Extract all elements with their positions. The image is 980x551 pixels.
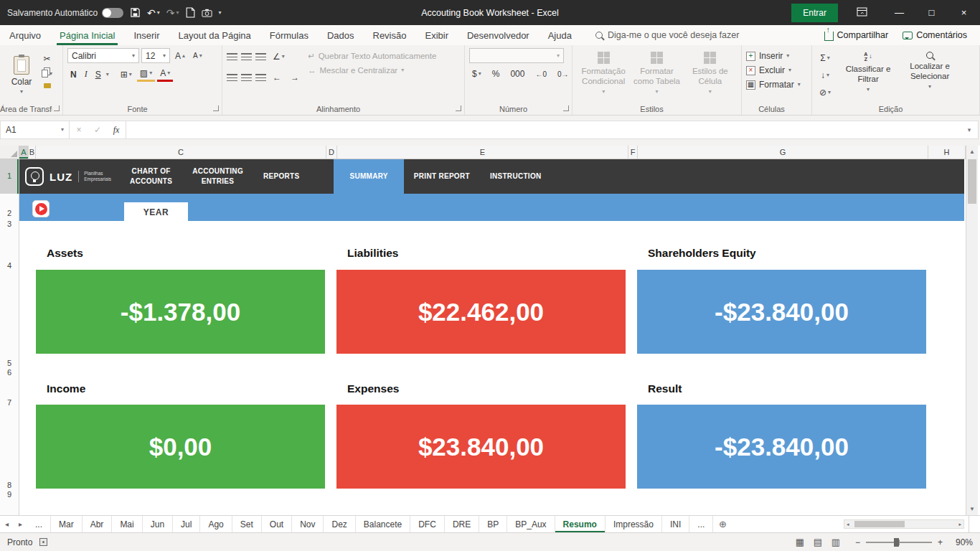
- ribbon-tab-ajuda[interactable]: Ajuda: [539, 25, 581, 45]
- sheet-tab-mai[interactable]: Mai: [112, 516, 142, 532]
- maximize-button[interactable]: □: [915, 0, 948, 25]
- align-left-button[interactable]: [227, 74, 237, 81]
- nav-summary[interactable]: SUMMARY: [334, 159, 403, 194]
- zoom-out-icon[interactable]: −: [855, 537, 860, 547]
- sheet-tab-dez[interactable]: Dez: [324, 516, 355, 532]
- card-income-value[interactable]: $0,00: [36, 405, 325, 489]
- ribbon-tab-dados[interactable]: Dados: [318, 25, 364, 45]
- sheet-tab-impressao[interactable]: Impressão: [606, 516, 662, 532]
- comments-button[interactable]: Comentários: [897, 30, 973, 40]
- horizontal-scrollbar[interactable]: ◂▸: [844, 519, 964, 529]
- align-bottom-button[interactable]: [255, 53, 266, 60]
- find-select-button[interactable]: Localizar e Selecionar ▾: [903, 48, 957, 102]
- column-header-g[interactable]: G: [638, 146, 928, 159]
- number-dialog-launcher[interactable]: [563, 105, 569, 111]
- increase-decimal-button[interactable]: ←0: [532, 69, 550, 80]
- row-header-1[interactable]: 1: [0, 171, 19, 180]
- card-result-value[interactable]: -$23.840,00: [637, 405, 926, 489]
- macro-record-icon[interactable]: [39, 538, 47, 546]
- clear-button[interactable]: ⊘▾: [816, 86, 834, 99]
- conditional-formatting-button[interactable]: Formatação Condicional ▾: [577, 48, 630, 102]
- number-format-combo[interactable]: ▾: [469, 48, 564, 63]
- merge-center-button[interactable]: ↔Mesclar e Centralizar▾: [308, 66, 436, 75]
- row-header-8[interactable]: 8: [0, 481, 19, 489]
- scroll-right-icon[interactable]: ▸: [958, 522, 961, 527]
- ribbon-tab-exibir[interactable]: Exibir: [415, 25, 458, 45]
- align-right-button[interactable]: [255, 74, 266, 81]
- sheet-tab-bp[interactable]: BP: [479, 516, 507, 532]
- card-liabilities-value[interactable]: $22.462,00: [336, 270, 626, 354]
- page-layout-view-icon[interactable]: ▤: [810, 536, 826, 549]
- column-header-h[interactable]: H: [928, 146, 966, 159]
- accounting-format-button[interactable]: $▾: [469, 67, 484, 80]
- italic-button[interactable]: I: [82, 67, 90, 81]
- bold-button[interactable]: N: [67, 68, 80, 81]
- align-center-button[interactable]: [241, 74, 252, 81]
- cell-styles-button[interactable]: Estilos de Célula ▾: [684, 48, 737, 102]
- delete-cells-button[interactable]: ×Excluir▾: [746, 65, 807, 75]
- sheet-tab-resumo[interactable]: Resumo: [555, 516, 606, 532]
- camera-button[interactable]: [202, 9, 212, 17]
- sheet-tab-ago[interactable]: Ago: [200, 516, 232, 532]
- year-tab[interactable]: YEAR: [124, 202, 188, 222]
- zoom-slider[interactable]: [866, 542, 932, 543]
- underline-button[interactable]: S: [93, 68, 104, 81]
- format-cells-button[interactable]: ▦Formatar▾: [746, 80, 807, 90]
- autosave-toggle[interactable]: Salvamento Automático: [7, 8, 123, 18]
- sheet-nav-right-icon[interactable]: ▸: [14, 516, 27, 532]
- comma-style-button[interactable]: 000: [507, 67, 527, 80]
- ribbon-tab-revisao[interactable]: Revisão: [364, 25, 416, 45]
- horizontal-scrollbar-thumb[interactable]: [854, 521, 905, 527]
- ribbon-tab-inserir[interactable]: Inserir: [124, 25, 169, 45]
- ribbon-tab-formulas[interactable]: Fórmulas: [260, 25, 318, 45]
- expand-formula-bar-button[interactable]: ▾: [961, 121, 978, 138]
- new-sheet-button[interactable]: ⊕: [713, 516, 732, 532]
- ribbon-tab-pagina-inicial[interactable]: Página Inicial: [50, 25, 124, 45]
- font-dialog-launcher[interactable]: [213, 105, 219, 111]
- column-header-a[interactable]: A: [19, 146, 29, 159]
- decrease-decimal-button[interactable]: 0→: [555, 69, 572, 80]
- sheet-tab-out[interactable]: Out: [262, 516, 292, 532]
- column-header-e[interactable]: E: [337, 146, 628, 159]
- save-button[interactable]: [130, 7, 141, 18]
- align-middle-button[interactable]: [241, 53, 252, 60]
- row-header-4[interactable]: 4: [0, 261, 19, 270]
- page-break-view-icon[interactable]: ▥: [828, 536, 844, 549]
- orientation-button[interactable]: ∠▾: [270, 50, 288, 63]
- scroll-down-icon[interactable]: ▼: [966, 503, 978, 515]
- ribbon-tab-desenvolvedor[interactable]: Desenvolvedor: [458, 25, 539, 45]
- card-assets-value[interactable]: -$1.378,00: [36, 270, 325, 354]
- decrease-indent-button[interactable]: ←: [270, 71, 284, 84]
- nav-reports[interactable]: REPORTS: [253, 159, 309, 194]
- nav-accounting-entries[interactable]: ACCOUNTING ENTRIES: [182, 159, 253, 194]
- borders-button[interactable]: ⊞▾: [118, 68, 135, 81]
- scroll-up-icon[interactable]: ▲: [966, 146, 978, 158]
- row-header-7[interactable]: 7: [0, 398, 19, 407]
- row-header-3[interactable]: 3: [0, 220, 19, 228]
- name-box[interactable]: A1▾: [1, 121, 70, 138]
- copy-button[interactable]: ▾: [39, 68, 55, 79]
- vertical-scrollbar[interactable]: ▲ ▼: [966, 146, 978, 515]
- nav-print-report[interactable]: PRINT REPORT: [404, 159, 480, 194]
- format-as-table-button[interactable]: Formatar como Tabela ▾: [630, 48, 683, 102]
- play-button[interactable]: [32, 200, 50, 217]
- cancel-entry-button[interactable]: ×: [70, 125, 88, 135]
- sheet-tab-dre[interactable]: DRE: [445, 516, 479, 532]
- print-preview-button[interactable]: [186, 7, 195, 18]
- zoom-level[interactable]: 90%: [948, 537, 973, 547]
- insert-cells-button[interactable]: +Inserir▾: [746, 51, 807, 61]
- insert-function-button[interactable]: fx: [107, 125, 126, 136]
- minimize-button[interactable]: —: [883, 0, 915, 25]
- format-painter-button[interactable]: [39, 82, 55, 90]
- font-size-combo[interactable]: 12▾: [141, 48, 170, 63]
- increase-indent-button[interactable]: →: [288, 71, 302, 84]
- redo-button[interactable]: ↷▾: [166, 8, 179, 18]
- align-top-button[interactable]: [227, 53, 237, 60]
- tell-me-search[interactable]: Diga-me o que você deseja fazer: [595, 25, 739, 45]
- row-header-6[interactable]: 6: [0, 368, 19, 377]
- sheet-tab-jul[interactable]: Jul: [173, 516, 200, 532]
- close-button[interactable]: ×: [948, 0, 980, 25]
- customize-qat-button[interactable]: ▾: [219, 9, 222, 16]
- card-expenses-value[interactable]: $23.840,00: [336, 405, 626, 489]
- select-all-corner[interactable]: [0, 146, 19, 159]
